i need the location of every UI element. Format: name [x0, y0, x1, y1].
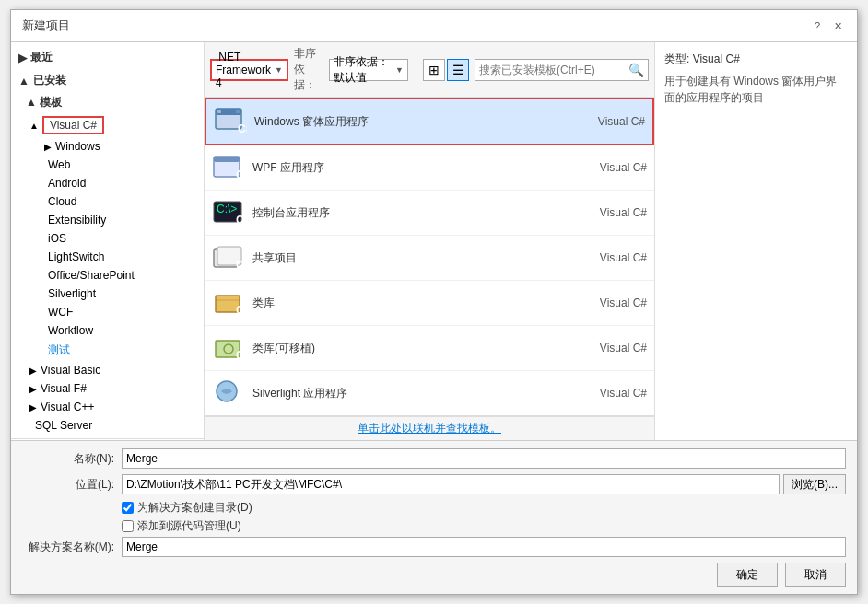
- recent-label: 最近: [30, 50, 53, 65]
- framework-label: .NET Framework 4: [216, 51, 271, 89]
- class-library-lang: Visual C#: [592, 296, 647, 309]
- sidebar-item-office-sharepoint[interactable]: Office/SharePoint: [11, 266, 204, 285]
- search-input[interactable]: [479, 64, 627, 76]
- browse-button[interactable]: 浏览(B)...: [783, 474, 846, 494]
- template-item-silverlight-app[interactable]: C# Silverlight 应用程序 Visual C#: [205, 371, 654, 416]
- installed-header[interactable]: ▲ 已安装: [11, 69, 204, 92]
- deps-dropdown[interactable]: 非序依据：默认值 ▼: [329, 59, 408, 81]
- sidebar-item-visual-fsharp[interactable]: ▶ Visual F#: [11, 379, 204, 398]
- framework-dropdown-arrow: ▼: [275, 65, 283, 75]
- svg-text:C#: C#: [236, 168, 245, 181]
- close-button[interactable]: ✕: [829, 17, 846, 34]
- solution-dir-checkbox[interactable]: [122, 502, 134, 514]
- center-toolbar: .NET Framework 4 ▼ 非序依据： 非序依据：默认值 ▼ ⊞ ☰: [205, 42, 654, 98]
- sidebar-item-web[interactable]: Web: [11, 156, 204, 174]
- checkbox-solution-dir: 为解决方案创建目录(D): [122, 500, 846, 516]
- template-item-wpf[interactable]: C# WPF 应用程序 Visual C#: [205, 145, 654, 191]
- windows-forms-lang: Visual C#: [590, 115, 645, 128]
- title-bar-controls: ? ✕: [809, 17, 846, 34]
- wpf-icon: C#: [212, 151, 245, 184]
- svg-text:C#: C#: [236, 214, 245, 226]
- wpf-name: WPF 应用程序: [252, 160, 584, 176]
- recent-arrow-icon: ▶: [18, 52, 27, 64]
- location-input[interactable]: [122, 474, 780, 494]
- bottom-form: 名称(N): 位置(L): 浏览(B)... 为解决方案创建目录(D) 添加到源…: [11, 440, 857, 594]
- framework-dropdown[interactable]: .NET Framework 4 ▼: [210, 59, 288, 81]
- right-description: 用于创建具有 Windows 窗体用户界面的应用程序的项目: [664, 73, 848, 106]
- sidebar-item-windows[interactable]: ▶ Windows: [11, 137, 204, 156]
- visual-csharp-label: Visual C#: [42, 116, 104, 134]
- dialog-title: 新建项目: [22, 17, 70, 34]
- sidebar-item-extensibility[interactable]: Extensibility: [11, 211, 204, 229]
- class-library-name: 类库: [252, 296, 584, 311]
- template-item-class-library[interactable]: C# 类库 Visual C#: [205, 281, 654, 326]
- sidebar-item-sql-server[interactable]: SQL Server: [11, 416, 204, 435]
- search-icon[interactable]: 🔍: [628, 63, 644, 77]
- svg-text:C#: C#: [236, 304, 245, 317]
- sidebar-item-cloud[interactable]: Cloud: [11, 192, 204, 211]
- solution-input[interactable]: [122, 537, 846, 557]
- sidebar-item-visual-csharp[interactable]: ▲ Visual C#: [11, 113, 204, 137]
- sidebar-item-lightswitch[interactable]: LightSwitch: [11, 248, 204, 266]
- center-footer: 单击此处以联机并查找模板。: [205, 416, 654, 440]
- deps-prefix-label: 非序依据：: [294, 46, 323, 93]
- help-button[interactable]: ?: [809, 17, 826, 34]
- shared-lang: Visual C#: [592, 251, 647, 264]
- sidebar-item-wcf[interactable]: WCF: [11, 303, 204, 321]
- solution-dir-label: 为解决方案创建目录(D): [137, 500, 252, 516]
- sidebar-item-silverlight[interactable]: Silverlight: [11, 285, 204, 303]
- portable-library-lang: Visual C#: [592, 342, 647, 354]
- svg-rect-2: [217, 110, 221, 113]
- recent-header[interactable]: ▶ 最近: [11, 46, 204, 69]
- installed-arrow-icon: ▲: [18, 75, 29, 87]
- main-area: ▶ 最近 ▲ 已安装 ▲ 模板 ▲ Visual C# ▶ Windows We…: [11, 42, 857, 440]
- source-control-label: 添加到源代码管理(U): [137, 518, 241, 534]
- template-item-windows-forms[interactable]: C# Windows 窗体应用程序 Visual C#: [205, 98, 654, 145]
- ok-cancel-buttons: 确定 取消: [22, 563, 846, 587]
- source-control-checkbox[interactable]: [122, 520, 134, 532]
- name-input[interactable]: [122, 448, 846, 469]
- deps-label: 非序依据：默认值: [334, 54, 392, 86]
- template-item-console[interactable]: C:\>_ C# 控制台应用程序 Visual C#: [205, 191, 654, 236]
- template-list: C# Windows 窗体应用程序 Visual C# C#: [205, 98, 654, 416]
- sidebar-item-visual-cpp[interactable]: ▶ Visual C++: [11, 398, 204, 416]
- silverlight-app-icon: C#: [212, 377, 245, 410]
- online-search-link[interactable]: 单击此处以联机并查找模板。: [358, 422, 501, 435]
- vb-arrow-icon: ▶: [29, 366, 37, 376]
- list-view-icon[interactable]: ☰: [447, 59, 469, 81]
- wpf-lang: Visual C#: [592, 161, 647, 174]
- portable-library-icon: C#: [212, 331, 245, 365]
- installed-label: 已安装: [33, 73, 66, 88]
- windows-forms-icon: C#: [214, 105, 247, 138]
- sidebar-item-visual-basic[interactable]: ▶ Visual Basic: [11, 361, 204, 379]
- template-item-portable-library[interactable]: C# 类库(可移植) Visual C#: [205, 326, 654, 371]
- title-bar: 新建项目 ? ✕: [11, 10, 857, 42]
- console-icon: C:\>_ C#: [212, 196, 245, 229]
- location-input-group: 浏览(B)...: [122, 474, 846, 494]
- sidebar-item-workflow[interactable]: Workflow: [11, 321, 204, 340]
- svg-text:C#: C#: [238, 122, 247, 135]
- class-library-icon: C#: [212, 286, 245, 319]
- portable-library-name: 类库(可移植): [252, 341, 584, 356]
- silverlight-app-lang: Visual C#: [592, 387, 647, 400]
- console-lang: Visual C#: [592, 206, 647, 219]
- templates-header[interactable]: ▲ 模板: [11, 92, 204, 113]
- silverlight-app-name: Silverlight 应用程序: [252, 386, 584, 401]
- sidebar-item-test[interactable]: 测试: [11, 340, 204, 361]
- shared-icon: C#: [212, 241, 245, 274]
- checkbox-source-control: 添加到源代码管理(U): [122, 518, 846, 534]
- shared-name: 共享项目: [252, 250, 584, 266]
- view-icons: ⊞ ☰: [423, 59, 469, 81]
- template-item-shared[interactable]: C# 共享项目 Visual C#: [205, 236, 654, 281]
- grid-view-icon[interactable]: ⊞: [423, 59, 445, 81]
- vcpp-arrow-icon: ▶: [29, 402, 37, 412]
- solution-label: 解决方案名称(M):: [22, 540, 114, 555]
- svg-text:C#: C#: [236, 259, 245, 272]
- sidebar-item-ios[interactable]: iOS: [11, 229, 204, 248]
- search-box: 🔍: [475, 59, 649, 81]
- cancel-button[interactable]: 取消: [785, 563, 846, 587]
- sidebar-item-android[interactable]: Android: [11, 174, 204, 192]
- right-type: 类型: Visual C#: [664, 52, 848, 67]
- svg-text:C#: C#: [236, 349, 245, 362]
- ok-button[interactable]: 确定: [717, 563, 778, 587]
